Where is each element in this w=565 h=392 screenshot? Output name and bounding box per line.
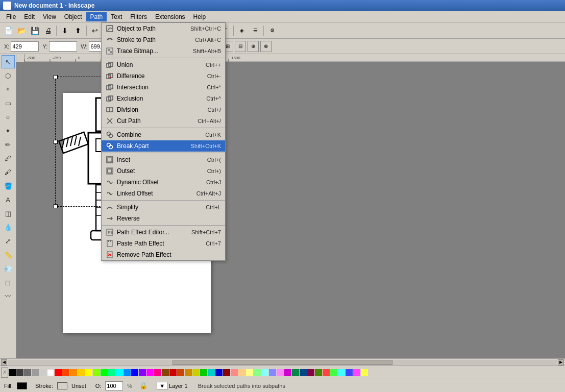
color-darkrose[interactable] (307, 369, 314, 376)
menu-reverse[interactable]: Reverse (102, 213, 225, 224)
zoom-tool[interactable]: ⌖ (2, 83, 15, 96)
menu-union[interactable]: Union Ctrl++ (102, 59, 225, 70)
menu-trace-bitmap[interactable]: Trace Bitmap... Shift+Alt+B (102, 45, 225, 57)
pen-tool[interactable]: 🖊 (2, 152, 15, 165)
color-lightgreen[interactable] (254, 369, 261, 376)
new-button[interactable]: 📄 (2, 24, 14, 37)
menu-remove-path-effect[interactable]: Remove Path Effect (102, 249, 225, 260)
menu-intersection[interactable]: Intersection Ctrl+* (102, 82, 225, 93)
save-button[interactable]: 💾 (29, 24, 41, 37)
color-cyan[interactable] (116, 369, 123, 376)
color-chartreuse[interactable] (93, 369, 100, 376)
color-darklime[interactable] (315, 369, 322, 376)
color-magenta[interactable] (146, 369, 154, 376)
menu-division[interactable]: Division Ctrl+/ (102, 104, 225, 115)
color-red[interactable] (55, 369, 62, 376)
menu-linked-offset[interactable]: Linked Offset Ctrl+Alt+J (102, 188, 225, 199)
menu-paste-path-effect[interactable]: Paste Path Effect Ctrl+7 (102, 238, 225, 249)
menu-filters[interactable]: Filters (126, 12, 151, 21)
menu-exclusion[interactable]: Exclusion Ctrl+^ (102, 93, 225, 104)
menu-file[interactable]: File (2, 12, 20, 21)
connector-tool[interactable]: ⤢ (2, 234, 15, 248)
undo-button[interactable]: ↩ (89, 24, 101, 37)
scroll-left-btn[interactable]: ◀ (1, 359, 7, 365)
color-olive[interactable] (192, 369, 200, 376)
hscroll-track[interactable] (8, 360, 557, 365)
color-paleaqua[interactable] (338, 369, 345, 376)
color-gray[interactable] (24, 369, 31, 376)
color-lightcyan[interactable] (261, 369, 268, 376)
select-tool[interactable]: ↖ (2, 55, 15, 68)
affect-btn4[interactable]: ⊗ (260, 41, 272, 52)
color-teal[interactable] (208, 369, 215, 376)
color-lightred[interactable] (231, 369, 238, 376)
color-lime[interactable] (101, 369, 108, 376)
import-button[interactable]: ⬇ (59, 24, 71, 37)
export-button[interactable]: ⬆ (72, 24, 84, 37)
y-input[interactable] (49, 41, 77, 52)
paint-tool[interactable]: 🪣 (2, 179, 15, 192)
menu-extensions[interactable]: Extensions (151, 12, 189, 21)
menu-path[interactable]: Path (86, 12, 107, 21)
no-color-btn[interactable]: ✗ (1, 368, 8, 378)
affect-btn2[interactable]: ⊟ (235, 41, 246, 52)
color-blue[interactable] (131, 369, 138, 376)
menu-object-to-path[interactable]: Object to Path Shift+Ctrl+C (102, 23, 225, 34)
color-darkorange[interactable] (177, 369, 184, 376)
color-yellow[interactable] (85, 369, 92, 376)
color-rose[interactable] (154, 369, 161, 376)
measure-tool[interactable]: 📏 (2, 248, 15, 261)
color-palegreen[interactable] (330, 369, 337, 376)
node-btn[interactable]: ◈ (236, 24, 248, 37)
color-darkred[interactable] (169, 369, 177, 376)
menu-edit[interactable]: Edit (20, 12, 39, 21)
color-black[interactable] (9, 369, 16, 376)
x-input[interactable] (11, 41, 39, 52)
hscrollbar[interactable]: ◀ ▶ (0, 358, 565, 365)
menu-simplify[interactable]: Simplify Ctrl+L (102, 202, 225, 213)
calligraphy-tool[interactable]: 🖋 (2, 165, 15, 179)
fill-color-box[interactable] (17, 382, 27, 389)
color-lightmagenta[interactable] (277, 369, 284, 376)
color-orange[interactable] (70, 369, 77, 376)
color-forestgreen[interactable] (292, 369, 299, 376)
menu-view[interactable]: View (39, 12, 60, 21)
menu-path-effect-editor[interactable]: PE Path Effect Editor... Shift+Ctrl+7 (102, 227, 225, 238)
node-tool[interactable]: ⬡ (2, 69, 15, 82)
menu-help[interactable]: Help (189, 12, 210, 21)
open-button[interactable]: 📂 (15, 24, 28, 37)
menu-outset[interactable]: Outset Ctrl+) (102, 165, 225, 177)
scroll-right-btn[interactable]: ▶ (558, 359, 564, 365)
color-silver[interactable] (39, 369, 46, 376)
star-tool[interactable]: ✦ (2, 124, 15, 137)
color-paleyellow[interactable] (361, 369, 368, 376)
color-lightgray[interactable] (32, 369, 39, 376)
eraser-tool[interactable]: ◻ (2, 276, 15, 289)
color-amber[interactable] (78, 369, 85, 376)
layer-dropdown[interactable]: ▼ (157, 382, 167, 390)
color-cornflower[interactable] (346, 369, 353, 376)
spray-tool[interactable]: 💨 (2, 262, 15, 275)
stroke-color-box[interactable] (57, 382, 67, 389)
ellipse-tool[interactable]: ○ (2, 110, 15, 124)
color-lightblue[interactable] (269, 369, 276, 376)
color-brown[interactable] (162, 369, 169, 376)
hscroll-thumb[interactable] (173, 360, 392, 365)
color-purple[interactable] (284, 369, 291, 376)
color-darkblue[interactable] (215, 369, 223, 376)
color-darkyellow[interactable] (185, 369, 192, 376)
menu-break-apart[interactable]: Break Apart Shift+Ctrl+K (102, 140, 225, 152)
canvas-area[interactable]: -500 -250 0 250 500 750 1000 1250 1500 (16, 54, 565, 358)
align-btn[interactable]: ☰ (249, 24, 261, 37)
color-lightorange[interactable] (238, 369, 245, 376)
menu-combine[interactable]: Combine Ctrl+K (102, 129, 225, 140)
color-darkgreen[interactable] (200, 369, 207, 376)
rect-tool[interactable]: ▭ (2, 96, 15, 110)
dropper-tool[interactable]: 💧 (2, 220, 15, 234)
color-white[interactable] (47, 369, 54, 376)
print-button[interactable]: 🖨 (42, 24, 54, 37)
menu-difference[interactable]: Difference Ctrl+- (102, 70, 225, 82)
color-springgreen[interactable] (108, 369, 115, 376)
menu-dynamic-offset[interactable]: Dynamic Offset Ctrl+J (102, 177, 225, 188)
menu-cut-path[interactable]: Cut Path Ctrl+Alt+/ (102, 115, 225, 127)
